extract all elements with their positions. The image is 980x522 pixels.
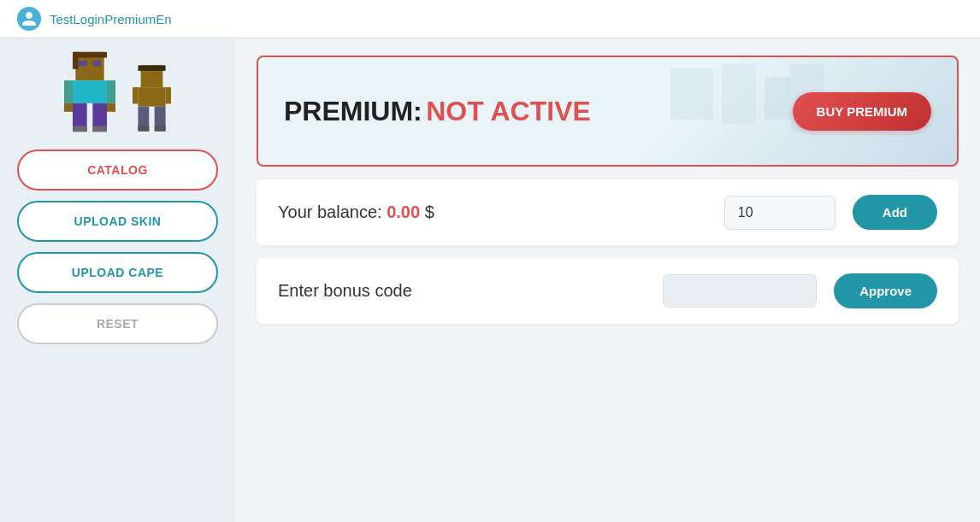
content-area: PREMIUM: NOT ACTIVE BUY PREMIUM Your bal… — [235, 38, 980, 522]
add-balance-button[interactable]: Add — [853, 195, 937, 230]
svg-rect-6 — [73, 80, 107, 103]
svg-rect-24 — [138, 126, 149, 131]
sidebar: CATALOG UPLOAD SKIN UPLOAD CAPE RESET — [0, 38, 235, 522]
bonus-code-input[interactable] — [663, 274, 817, 308]
svg-rect-9 — [64, 103, 73, 112]
balance-amount: 0.00 — [387, 202, 420, 221]
buy-premium-button[interactable]: BUY PREMIUM — [793, 92, 931, 131]
svg-rect-25 — [155, 126, 166, 131]
svg-rect-21 — [166, 87, 171, 103]
reset-button[interactable]: RESET — [17, 303, 218, 344]
svg-rect-19 — [138, 87, 165, 107]
user-avatar-icon — [17, 7, 41, 31]
svg-rect-14 — [92, 126, 107, 132]
svg-rect-27 — [722, 64, 756, 124]
svg-rect-1 — [79, 61, 87, 67]
bonus-row: Enter bonus code Approve — [257, 258, 959, 324]
nav-buttons: CATALOG UPLOAD SKIN UPLOAD CAPE RESET — [17, 150, 218, 344]
balance-input[interactable] — [724, 196, 835, 230]
balance-currency: $ — [425, 202, 434, 221]
svg-rect-16 — [107, 80, 115, 103]
upload-cape-button[interactable]: UPLOAD CAPE — [17, 252, 218, 293]
svg-rect-3 — [84, 72, 95, 74]
skin-preview — [64, 51, 171, 132]
header: TestLoginPremiumEn — [0, 0, 980, 38]
premium-status: NOT ACTIVE — [426, 96, 591, 126]
premium-label: PREMIUM: — [284, 96, 422, 126]
main-layout: CATALOG UPLOAD SKIN UPLOAD CAPE RESET PR… — [0, 38, 980, 522]
premium-text: PREMIUM: NOT ACTIVE — [284, 96, 591, 127]
upload-skin-button[interactable]: UPLOAD SKIN — [17, 201, 218, 242]
catalog-button[interactable]: CATALOG — [17, 150, 218, 191]
bonus-label: Enter bonus code — [278, 281, 646, 301]
balance-row: Your balance: 0.00 $ Add — [257, 179, 959, 245]
svg-rect-10 — [107, 103, 115, 112]
svg-rect-18 — [138, 65, 165, 70]
svg-rect-2 — [92, 61, 101, 67]
username-label: TestLoginPremiumEn — [50, 12, 172, 26]
svg-rect-20 — [133, 87, 138, 103]
skin-back-view — [133, 64, 171, 132]
premium-banner: PREMIUM: NOT ACTIVE BUY PREMIUM — [257, 56, 959, 167]
svg-rect-26 — [670, 68, 713, 120]
balance-label: Your balance: 0.00 $ — [278, 202, 707, 222]
person-icon — [21, 10, 38, 27]
svg-rect-5 — [73, 52, 79, 69]
skin-front-view — [64, 51, 115, 132]
approve-button[interactable]: Approve — [834, 273, 937, 308]
balance-text: Your balance: — [278, 202, 382, 221]
svg-rect-15 — [64, 80, 73, 103]
svg-rect-13 — [73, 126, 87, 132]
